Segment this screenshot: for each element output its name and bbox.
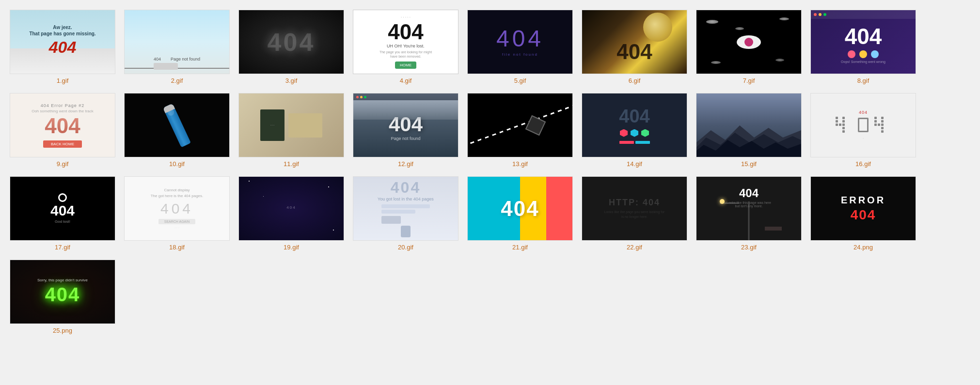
thumbnail-20[interactable]: 404 You got lost in the 404 pages <box>353 176 458 241</box>
thumbnail-15[interactable] <box>696 93 802 157</box>
thumbnail-10[interactable] <box>124 93 230 157</box>
list-item[interactable]: 404 God lost! 17.gif <box>10 176 115 251</box>
file-label-11: 11.gif <box>284 160 299 168</box>
list-item[interactable]: 404 19.gif <box>238 176 344 251</box>
thumbnail-3[interactable]: 404 <box>238 10 344 74</box>
file-label-17: 17.gif <box>55 244 70 251</box>
thumbnail-16[interactable]: 404 <box>810 93 916 157</box>
thumbnail-22[interactable]: HTTP: 404 Looks like the page you were l… <box>582 176 687 241</box>
thumbnail-24[interactable]: ERROR 404 <box>810 176 916 241</box>
list-item[interactable]: 404 Looks like this page was herebut isn… <box>696 176 802 251</box>
file-label-18: 18.gif <box>169 244 185 251</box>
file-label-23: 23.gif <box>741 244 757 251</box>
file-label-21: 21.gif <box>512 244 528 251</box>
thumbnail-5[interactable]: 404 file not found <box>467 10 573 74</box>
thumbnail-2[interactable]: 404 Page not found <box>124 10 230 74</box>
file-label-12: 12.gif <box>398 160 413 168</box>
list-item[interactable]: 404 Oops! Something went wrong 8.gif <box>810 10 916 84</box>
thumbnail-13[interactable] <box>467 93 573 157</box>
thumbnail-17[interactable]: 404 God lost! <box>10 176 115 241</box>
file-label-8: 8.gif <box>857 77 869 84</box>
thumbnail-14[interactable]: 404 <box>582 93 687 157</box>
list-item[interactable]: 404 14.gif <box>582 93 687 168</box>
list-item[interactable]: 404 You got lost in the 404 pages 20.gif <box>353 176 458 251</box>
thumbnail-9[interactable]: 404 Error Page #2 Ooh something went dow… <box>10 93 115 157</box>
list-item[interactable]: 13.gif <box>467 93 573 168</box>
list-item[interactable]: 404 <box>810 93 916 168</box>
list-item[interactable]: Sorry, this page didn't survive 404 25.p… <box>10 260 115 334</box>
file-label-24: 24.png <box>854 244 873 251</box>
thumbnail-23[interactable]: 404 Looks like this page was herebut isn… <box>696 176 802 241</box>
thumbnail-11[interactable]: ···· <box>238 93 344 157</box>
thumbnail-1[interactable]: Aw jeez.That page has gone missing. 404 <box>10 10 115 74</box>
file-label-9: 9.gif <box>57 160 69 168</box>
file-label-22: 22.gif <box>627 244 642 251</box>
list-item[interactable]: 404 6.gif <box>582 10 687 84</box>
list-item[interactable]: 404 Page not found 2.gif <box>124 10 230 84</box>
thumbnail-grid: Aw jeez.That page has gone missing. 404 … <box>10 10 970 334</box>
thumbnail-21[interactable]: 404 <box>467 176 573 241</box>
list-item[interactable]: · · · · · 404 UH OH! You're lost. The pa… <box>353 10 458 84</box>
file-label-7: 7.gif <box>743 77 755 84</box>
thumbnail-19[interactable]: 404 <box>238 176 344 241</box>
file-label-6: 6.gif <box>629 77 641 84</box>
list-item[interactable]: 7.gif <box>696 10 802 84</box>
file-label-5: 5.gif <box>514 77 526 84</box>
list-item[interactable]: 10.gif <box>124 93 230 168</box>
thumbnail-4[interactable]: · · · · · 404 UH OH! You're lost. The pa… <box>353 10 458 74</box>
list-item[interactable]: 15.gif <box>696 93 802 168</box>
list-item[interactable]: 404 3.gif <box>238 10 344 84</box>
list-item[interactable]: Aw jeez.That page has gone missing. 404 … <box>10 10 115 84</box>
file-label-1: 1.gif <box>57 77 69 84</box>
thumbnail-18[interactable]: Cannot displayThe got here is the 404 pa… <box>124 176 230 241</box>
thumbnail-12[interactable]: 404 Page not found <box>353 93 458 157</box>
file-label-10: 10.gif <box>169 160 185 168</box>
thumbnail-6[interactable]: 404 <box>582 10 687 74</box>
file-label-25: 25.png <box>53 327 72 334</box>
list-item[interactable]: HTTP: 404 Looks like the page you were l… <box>582 176 687 251</box>
list-item[interactable]: ···· 11.gif <box>238 93 344 168</box>
file-label-16: 16.gif <box>855 160 871 168</box>
list-item[interactable]: 404 Error Page #2 Ooh something went dow… <box>10 93 115 168</box>
list-item[interactable]: Cannot displayThe got here is the 404 pa… <box>124 176 230 251</box>
list-item[interactable]: 404 file not found 5.gif <box>467 10 573 84</box>
file-label-3: 3.gif <box>285 77 298 84</box>
list-item[interactable]: 404 Page not found 12.gif <box>353 93 458 168</box>
file-label-2: 2.gif <box>171 77 183 84</box>
thumbnail-8[interactable]: 404 Oops! Something went wrong <box>810 10 916 74</box>
file-label-15: 15.gif <box>741 160 757 168</box>
thumbnail-25[interactable]: Sorry, this page didn't survive 404 <box>10 260 115 324</box>
file-label-13: 13.gif <box>512 160 528 168</box>
file-label-20: 20.gif <box>398 244 413 251</box>
list-item[interactable]: ERROR 404 24.png <box>810 176 916 251</box>
file-label-19: 19.gif <box>284 244 299 251</box>
file-label-4: 4.gif <box>400 77 412 84</box>
thumbnail-7[interactable] <box>696 10 802 74</box>
list-item[interactable]: 404 21.gif <box>467 176 573 251</box>
file-label-14: 14.gif <box>627 160 642 168</box>
